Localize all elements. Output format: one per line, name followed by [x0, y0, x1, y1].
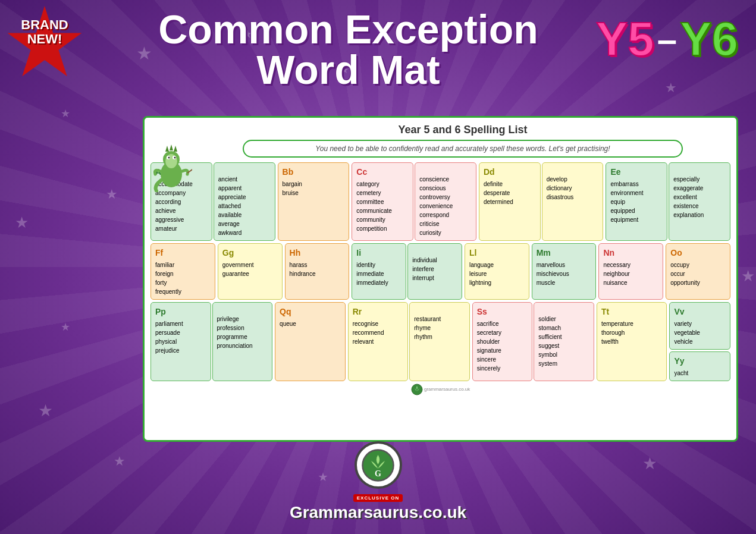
ee-cell-group: Ee embarrass environment equip equipped …: [606, 162, 730, 241]
brand-new-line2: NEW!: [6, 32, 83, 46]
vv-letter: Vv: [674, 306, 726, 318]
dd-cell: Dd definite desperate determined: [479, 162, 541, 241]
qq-letter: Qq: [280, 306, 341, 318]
oo-cell: Oo occupy occur opportunity: [666, 243, 730, 300]
ii-cell: Ii identity immediate immediately: [352, 243, 406, 300]
ss-words-2: soldier stomach sufficient suggest symbo…: [538, 316, 561, 367]
brand-new-badge: BRAND NEW!: [6, 6, 83, 83]
title-line1: Common Exception: [158, 7, 538, 52]
vv-words: variety vegetable vehicle: [674, 321, 699, 345]
cc-cell-2: conscience conscious controversy conveni…: [415, 162, 476, 241]
card-title: Year 5 and 6 Spelling List: [195, 124, 730, 136]
qq-words: queue: [280, 321, 296, 327]
word-grid: Aa accommodate accompany according achie…: [150, 162, 730, 381]
title-text: Common Exception Word Mat: [95, 9, 601, 90]
card-subtitle: You need to be able to confidently read …: [243, 140, 683, 158]
card-watermark: grammarsaurus.co.uk: [150, 384, 730, 395]
grammarsaurus-website: Grammarsaurus.co.uk: [0, 503, 756, 522]
aa-cell-2: ancient apparent appreciate attached ava…: [214, 162, 275, 241]
cc-words-1: category cemetery committee communicate …: [356, 181, 391, 232]
ss-letter: Ss: [477, 306, 528, 318]
tt-words: temperature thorough twelfth: [601, 321, 633, 345]
dd-cell-group: Dd definite desperate determined develop…: [479, 162, 604, 241]
grid-row-2: Ff familiar foreign forty frequently Gg …: [150, 243, 730, 300]
dragon-illustration: [150, 139, 192, 192]
svg-marker-9: [174, 146, 177, 152]
svg-point-2: [165, 154, 177, 168]
ii-letter: Ii: [356, 247, 401, 259]
dd-letter: Dd: [484, 166, 536, 178]
cc-cell-group: Cc category cemetery committee communica…: [352, 162, 476, 241]
gg-letter: Gg: [222, 247, 278, 259]
cc-cell: Cc category cemetery committee communica…: [352, 162, 413, 241]
brand-new-text: BRAND NEW!: [6, 18, 83, 46]
bb-words: bargain bruise: [283, 181, 302, 196]
ff-cell: Ff familiar foreign forty frequently: [150, 243, 215, 300]
dd-cell-2: develop dictionary disastrous: [542, 162, 604, 241]
oo-words: occupy occur opportunity: [670, 262, 699, 286]
yy-cell: Yy yacht: [669, 351, 730, 381]
tt-letter: Tt: [601, 306, 663, 318]
ii-words-1: identity immediate immediately: [356, 262, 388, 286]
ss-words-1: sacrifice secretary shoulder signature s…: [477, 321, 501, 372]
ss-cell-2: soldier stomach sufficient suggest symbo…: [534, 302, 594, 381]
main-title: Common Exception Word Mat: [95, 9, 601, 90]
yy-words: yacht: [674, 370, 688, 376]
svg-text:G: G: [375, 469, 381, 478]
yy-letter: Yy: [674, 355, 726, 367]
ff-letter: Ff: [155, 247, 211, 259]
pp-words-1: parliament persuade physical prejudice: [155, 321, 183, 354]
ee-cell: Ee embarrass environment equip equipped …: [606, 162, 667, 241]
pp-words-2: privilege profession programme pronuncia…: [217, 316, 253, 349]
ss-cell-group: Ss sacrifice secretary shoulder signatur…: [472, 302, 594, 381]
mm-cell: Mm marvellous mischievous muscle: [532, 243, 597, 300]
ii-cell-2: individual interfere interrupt: [407, 243, 462, 300]
ee-words-1: embarrass environment equip equipped equ…: [610, 181, 643, 223]
rr-cell-2: restaurant rhyme rhythm: [409, 302, 470, 381]
hh-words: harass hindrance: [290, 262, 316, 277]
rr-cell: Rr recognise recommend relevant: [348, 302, 409, 381]
ss-cell: Ss sacrifice secretary shoulder signatur…: [472, 302, 533, 381]
ll-cell: Ll language leisure lightning: [465, 243, 529, 300]
nn-words: necessary neighbour nuisance: [603, 262, 630, 286]
pp-cell-2: privilege profession programme pronuncia…: [212, 302, 273, 381]
rr-cell-group: Rr recognise recommend relevant restaura…: [348, 302, 470, 381]
rr-letter: Rr: [353, 306, 404, 318]
grid-row-1: Aa accommodate accompany according achie…: [150, 162, 730, 241]
dd-words-2: develop dictionary disastrous: [547, 176, 574, 200]
ll-letter: Ll: [469, 247, 525, 259]
dd-words-1: definite desperate determined: [484, 181, 513, 205]
rr-words-2: restaurant rhyme rhythm: [414, 316, 441, 340]
mm-letter: Mm: [537, 247, 592, 259]
title-line2: Word Mat: [256, 47, 440, 92]
grammarsaurus-logo-container: G: [0, 441, 756, 491]
cc-letter: Cc: [356, 166, 409, 178]
pp-cell-group: Pp parliament persuade physical prejudic…: [150, 302, 272, 381]
rr-words-1: recognise recommend relevant: [353, 321, 384, 345]
ee-words-2: especially exaggerate excellent existenc…: [673, 176, 704, 218]
grid-row-3: Pp parliament persuade physical prejudic…: [150, 302, 730, 381]
svg-line-10: [187, 165, 192, 173]
nn-letter: Nn: [603, 247, 658, 259]
svg-point-5: [168, 157, 170, 159]
ff-words: familiar foreign forty frequently: [155, 262, 181, 295]
svg-marker-8: [170, 145, 173, 150]
brand-new-line1: BRAND: [6, 18, 83, 32]
gg-words: government guarantee: [222, 262, 254, 277]
hh-cell: Hh harass hindrance: [285, 243, 350, 300]
qq-cell: Qq queue: [275, 302, 346, 381]
ll-words: language leisure lightning: [469, 262, 494, 286]
ii-words-2: individual interfere interrupt: [412, 257, 437, 281]
svg-point-6: [174, 157, 176, 159]
year-y6: Y6: [680, 12, 738, 67]
hh-letter: Hh: [290, 247, 345, 259]
nn-cell: Nn necessary neighbour nuisance: [598, 243, 663, 300]
grammarsaurus-logo: G: [355, 441, 402, 489]
bb-cell: Bb bargain bruise: [278, 162, 350, 241]
pp-letter: Pp: [155, 306, 206, 318]
oo-letter: Oo: [670, 247, 726, 259]
ii-cell-group: Ii identity immediate immediately indivi…: [352, 243, 462, 300]
ee-letter: Ee: [610, 166, 663, 178]
year-dash: –: [657, 19, 677, 60]
ee-cell-2: especially exaggerate excellent existenc…: [669, 162, 730, 241]
